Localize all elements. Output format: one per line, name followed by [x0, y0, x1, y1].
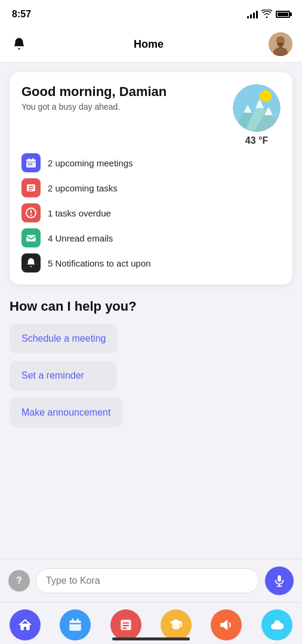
stat-label-tasks: 2 upcoming tasks [48, 183, 118, 193]
stat-label-meetings: 2 upcoming meetings [48, 158, 133, 168]
stat-label-notifications: 5 Notifications to act upon [48, 258, 151, 268]
emails-icon [21, 228, 41, 247]
cloud-icon [269, 617, 285, 633]
wifi-icon [261, 10, 272, 20]
svg-rect-16 [28, 163, 30, 165]
greeting-subtitle: You got a busy day ahead. [21, 102, 167, 112]
greeting-text-block: Good morning, Damian You got a busy day … [21, 84, 167, 112]
svg-point-5 [260, 90, 272, 102]
svg-rect-20 [29, 188, 33, 189]
svg-rect-15 [26, 162, 36, 163]
kora-input[interactable] [36, 568, 259, 593]
svg-rect-31 [72, 618, 73, 621]
make-announcement-button[interactable]: Make announcement [10, 398, 122, 428]
status-bar: 8:57 [0, 0, 302, 26]
stat-list: 2 upcoming meetings 2 upcoming tasks [21, 153, 281, 273]
battery-icon [276, 11, 290, 18]
nav-home-button[interactable] [10, 609, 41, 640]
nav-education-button[interactable] [161, 609, 192, 640]
svg-rect-30 [70, 623, 82, 624]
svg-rect-21 [29, 190, 32, 191]
svg-rect-32 [78, 618, 79, 621]
svg-rect-14 [32, 158, 33, 160]
help-label: ? [16, 575, 22, 586]
stat-label-overdue: 1 tasks overdue [48, 208, 111, 218]
home-indicator [112, 637, 190, 640]
svg-rect-34 [122, 622, 129, 623]
nav-calendar-button[interactable] [60, 609, 91, 640]
bottom-input-bar: ? [0, 559, 302, 602]
notifications-icon [21, 253, 41, 273]
svg-rect-26 [278, 575, 281, 582]
header: Home [0, 26, 302, 63]
svg-rect-35 [122, 625, 129, 626]
mic-icon [273, 574, 286, 587]
set-reminder-button[interactable]: Set a reminder [10, 361, 117, 391]
avatar[interactable] [269, 32, 292, 56]
bell-button[interactable] [10, 35, 29, 54]
stat-label-emails: 4 Unread emails [48, 233, 113, 243]
home-icon [17, 617, 33, 633]
greeting-card: Good morning, Damian You got a busy day … [10, 72, 292, 284]
svg-point-24 [30, 215, 32, 216]
help-section: How can I help you? Schedule a meeting S… [10, 299, 292, 428]
weather-widget: 43 °F [233, 84, 281, 146]
page-title: Home [134, 38, 164, 51]
megaphone-icon [218, 617, 234, 633]
meetings-icon [21, 153, 41, 172]
svg-rect-13 [29, 158, 30, 160]
tasks-icon [21, 178, 41, 197]
svg-rect-29 [70, 620, 82, 630]
stat-item-notifications: 5 Notifications to act upon [21, 253, 281, 273]
stat-item-emails: 4 Unread emails [21, 228, 281, 247]
mic-button[interactable] [265, 566, 294, 595]
calendar-nav-icon [67, 617, 83, 633]
nav-cloud-button[interactable] [261, 609, 292, 640]
status-icons [247, 10, 290, 20]
weather-image [233, 84, 281, 132]
svg-rect-19 [29, 186, 33, 187]
nav-tasks-button[interactable] [110, 609, 141, 640]
greeting-title: Good morning, Damian [21, 84, 167, 100]
weather-temp: 43 °F [245, 135, 268, 146]
greeting-top: Good morning, Damian You got a busy day … [21, 84, 281, 146]
tasks-nav-icon [118, 617, 134, 633]
graduation-icon [168, 617, 184, 633]
svg-rect-17 [30, 163, 32, 165]
svg-rect-25 [26, 235, 36, 242]
help-buttons: Schedule a meeting Set a reminder Make a… [10, 324, 292, 428]
svg-rect-36 [122, 627, 127, 628]
stat-item-meetings: 2 upcoming meetings [21, 153, 281, 172]
signal-icon [247, 10, 258, 18]
overdue-icon [21, 203, 41, 222]
svg-rect-23 [30, 210, 32, 213]
stat-item-overdue: 1 tasks overdue [21, 203, 281, 222]
stat-item-tasks: 2 upcoming tasks [21, 178, 281, 197]
nav-announce-button[interactable] [211, 609, 242, 640]
help-button[interactable]: ? [8, 570, 30, 592]
schedule-meeting-button[interactable]: Schedule a meeting [10, 324, 118, 354]
status-time: 8:57 [12, 9, 31, 20]
help-title: How can I help you? [10, 299, 292, 314]
main-content: Good morning, Damian You got a busy day … [0, 63, 302, 437]
